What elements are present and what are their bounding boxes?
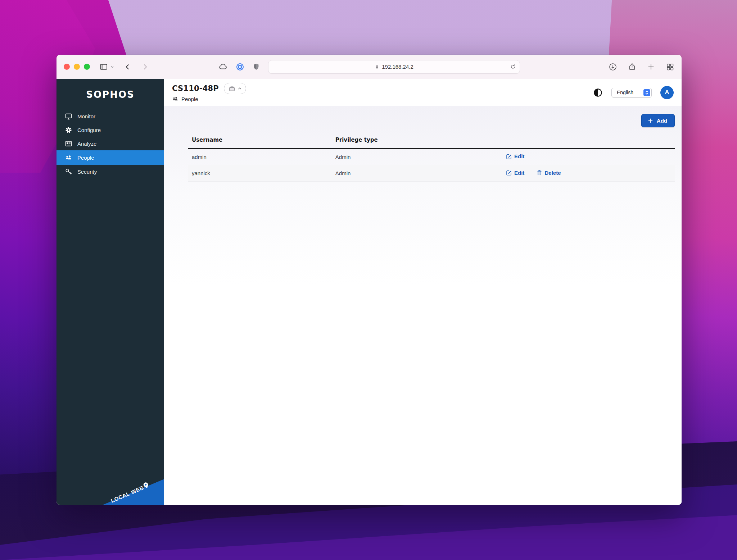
url-field[interactable]: 192.168.24.2 — [268, 60, 520, 74]
browser-toolbar: 192.168.24.2 — [56, 55, 682, 79]
edit-link[interactable]: Edit — [506, 153, 524, 160]
page-header: CS110-48P — [164, 79, 682, 106]
tab-overview-button[interactable] — [666, 63, 674, 71]
back-chevron-icon — [124, 63, 132, 71]
language-value: English — [617, 90, 633, 95]
sidebar-item-label: Configure — [77, 127, 101, 133]
gear-icon — [65, 126, 72, 134]
avatar[interactable]: A — [660, 86, 674, 99]
plus-icon — [647, 63, 655, 71]
desktop: 192.168.24.2 — [0, 0, 737, 560]
breadcrumb: People — [172, 96, 246, 102]
privilege-cell: Admin — [332, 149, 502, 165]
add-button-label: Add — [657, 118, 667, 124]
sidebar-icon — [99, 63, 108, 71]
delete-link[interactable]: Delete — [536, 169, 561, 176]
onepassword-icon — [236, 63, 244, 71]
sidebar-item-analyze[interactable]: Analyze — [56, 137, 164, 150]
sidebar-item-label: Monitor — [77, 113, 95, 119]
window-controls — [64, 64, 90, 70]
sidebar-item-label: People — [77, 155, 94, 161]
local-web-ribbon: LOCAL WEB — [103, 479, 164, 505]
lock-icon — [374, 64, 380, 69]
table-row: admin Admin Edit — [188, 149, 675, 165]
sidebar-item-configure[interactable]: Configure — [56, 123, 164, 137]
share-icon — [628, 63, 636, 71]
privilege-cell: Admin — [332, 165, 502, 182]
actions-cell: Edit Del — [502, 165, 675, 182]
people-content: Add Username Privilege type — [164, 106, 682, 505]
people-icon — [172, 96, 178, 102]
column-header-username: Username — [188, 137, 332, 149]
avatar-initial: A — [665, 89, 669, 96]
sidebar-item-label: Analyze — [77, 141, 96, 147]
theme-toggle-button[interactable] — [593, 88, 603, 97]
cloud-icon — [218, 62, 228, 72]
column-header-actions — [502, 137, 675, 149]
download-icon — [609, 63, 617, 71]
sidebar-item-security[interactable]: Security — [56, 165, 164, 178]
key-icon — [65, 168, 72, 176]
zoom-button[interactable] — [84, 64, 90, 70]
users-table: Username Privilege type admin Admin — [188, 137, 675, 182]
edit-link-label: Edit — [514, 170, 524, 176]
add-user-button[interactable]: Add — [641, 114, 675, 127]
privacy-report-button[interactable] — [252, 63, 260, 71]
edit-link[interactable]: Edit — [506, 169, 524, 176]
icloud-tabs-button[interactable] — [218, 62, 228, 72]
sidebar-item-monitor[interactable]: Monitor — [56, 109, 164, 123]
username-cell: admin — [188, 149, 332, 165]
sidebar: SOPHOS Monitor — [56, 79, 164, 505]
device-name: CS110-48P — [172, 84, 219, 93]
monitor-icon — [65, 113, 72, 120]
delete-link-label: Delete — [545, 170, 561, 176]
column-header-privilege: Privilege type — [332, 137, 502, 149]
forward-button[interactable] — [141, 63, 149, 71]
plus-icon — [647, 118, 654, 124]
onepassword-extension-button[interactable] — [236, 63, 244, 71]
forward-chevron-icon — [141, 63, 149, 71]
actions-cell: Edit — [502, 149, 675, 165]
report-icon — [65, 140, 72, 147]
chevron-up-icon — [238, 87, 241, 90]
delete-icon — [536, 169, 543, 176]
reload-button[interactable] — [510, 64, 516, 70]
table-header-row: Username Privilege type — [188, 137, 675, 149]
language-select[interactable]: English — [611, 88, 652, 97]
share-button[interactable] — [628, 63, 636, 71]
edit-icon — [506, 169, 512, 176]
device-selector-button[interactable] — [224, 83, 246, 94]
sidebar-item-people[interactable]: People — [56, 150, 164, 165]
sidebar-toggle-button[interactable] — [99, 63, 114, 71]
new-tab-button[interactable] — [647, 63, 655, 71]
url-text: 192.168.24.2 — [382, 64, 413, 70]
reload-icon — [510, 64, 516, 70]
sidebar-nav: Monitor Configure — [56, 109, 164, 178]
edit-icon — [506, 153, 512, 160]
minimize-button[interactable] — [74, 64, 80, 70]
device-icon — [228, 85, 236, 92]
sidebar-item-label: Security — [77, 169, 97, 175]
back-button[interactable] — [124, 63, 132, 71]
edit-link-label: Edit — [514, 153, 524, 159]
close-button[interactable] — [64, 64, 70, 70]
downloads-button[interactable] — [609, 63, 617, 71]
breadcrumb-label: People — [181, 96, 198, 102]
username-cell: yannick — [188, 165, 332, 182]
sophos-logo: SOPHOS — [56, 79, 164, 109]
tab-grid-icon — [666, 63, 674, 71]
contrast-icon — [593, 88, 603, 97]
browser-window: 192.168.24.2 — [56, 55, 682, 505]
chevron-down-icon — [110, 65, 114, 69]
main-panel: CS110-48P — [164, 79, 682, 505]
select-stepper-icon — [643, 89, 650, 96]
shield-icon — [252, 63, 260, 71]
table-row: yannick Admin Edit — [188, 165, 675, 182]
people-icon — [65, 154, 72, 161]
